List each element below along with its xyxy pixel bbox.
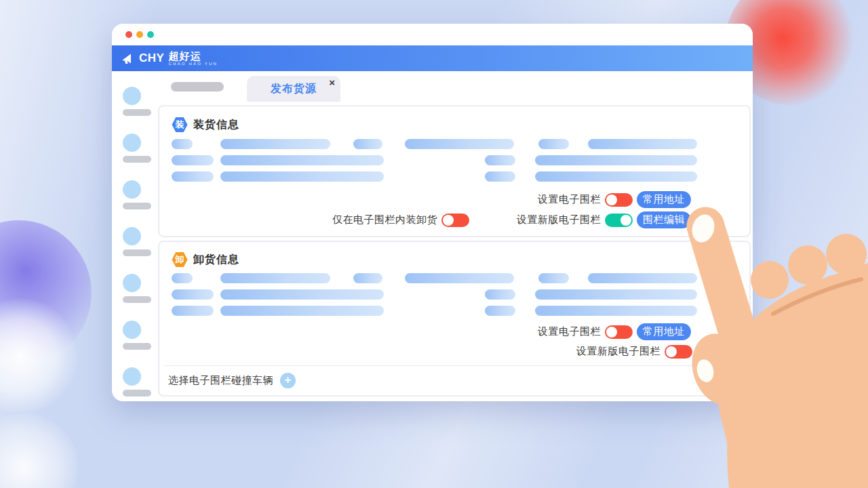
tab-bar: 发布货源 × [158, 71, 751, 102]
main-content: 发布货源 × 装 装货信息 [155, 71, 753, 401]
brand-pinyin: CHAO HAO YUN [168, 62, 218, 66]
common-address-button[interactable]: 常用地址 [637, 191, 691, 208]
sidebar-icon-placeholder [123, 367, 141, 386]
skeleton-bar [172, 171, 214, 182]
sidebar-label-placeholder [123, 390, 151, 396]
section-title: 装货信息 [193, 118, 239, 132]
skeleton-bar [353, 139, 382, 149]
skeleton-bar [538, 273, 569, 283]
sidebar-label-placeholder [123, 296, 151, 303]
fence-edit-button[interactable]: 围栏编辑 [637, 211, 691, 228]
skeleton-bar [538, 139, 569, 149]
close-window-dot[interactable] [125, 31, 132, 38]
skeleton-bar [353, 273, 382, 283]
sidebar-label-placeholder [123, 203, 151, 209]
loading-info-section: 装 装货信息 设置电子 [158, 105, 751, 237]
section-title: 卸货信息 [193, 253, 239, 267]
brand-chinese: 超好运 [168, 51, 218, 61]
sidebar-item[interactable] [123, 321, 155, 350]
set-electronic-fence-label: 设置电子围栏 [538, 325, 601, 338]
window-titlebar [112, 24, 753, 45]
select-fence-collision-vehicle-label: 选择电子围栏碰撞车辆 [168, 374, 273, 387]
app-window: CHY 超好运 CHAO HAO YUN [112, 24, 753, 401]
skeleton-bar [220, 289, 384, 300]
sidebar-icon-placeholder [123, 87, 141, 105]
fullscreen-window-dot[interactable] [147, 31, 154, 38]
decor-white-blob [0, 413, 78, 488]
skeleton-bar [172, 155, 214, 165]
sidebar-item[interactable] [123, 227, 155, 256]
section-divider [165, 365, 744, 366]
brand-logo: CHY 超好运 CHAO HAO YUN [121, 51, 218, 66]
close-tab-icon[interactable]: × [329, 77, 335, 88]
skeleton-bar [220, 139, 330, 149]
skeleton-bar [588, 139, 697, 149]
sidebar-icon-placeholder [123, 227, 141, 245]
only-load-in-fence-toggle[interactable] [441, 214, 469, 227]
skeleton-bar [172, 139, 193, 149]
skeleton-bar [588, 273, 697, 283]
skeleton-bar [485, 289, 515, 300]
skeleton-bar [172, 306, 214, 316]
hand-crease [773, 279, 861, 314]
set-electronic-fence-label: 设置电子围栏 [538, 193, 601, 206]
minimize-window-dot[interactable] [136, 31, 143, 38]
sidebar-label-placeholder [123, 156, 151, 163]
skeleton-bar [485, 171, 515, 182]
sidebar-item[interactable] [123, 367, 155, 396]
sidebar-icon-placeholder [123, 274, 141, 292]
skeleton-bar [535, 155, 697, 165]
skeleton-bar [485, 155, 515, 165]
unloading-info-section: 卸 卸货信息 设置电子 [158, 241, 751, 396]
tab-publish-cargo[interactable]: 发布货源 × [247, 76, 340, 102]
skeleton-bar [220, 155, 384, 165]
add-vehicle-button[interactable]: + [280, 373, 296, 388]
sidebar-item[interactable] [123, 134, 155, 163]
new-fence-toggle[interactable] [665, 345, 692, 359]
common-address-button[interactable]: 常用地址 [637, 323, 691, 340]
set-new-fence-label: 设置新版电子围栏 [576, 345, 660, 358]
sidebar-label-placeholder [123, 343, 151, 350]
sidebar-item[interactable] [123, 274, 155, 303]
brand-latin: CHY [139, 52, 164, 65]
sidebar-item[interactable] [123, 180, 155, 209]
skeleton-bar [535, 306, 697, 316]
skeleton-bar [172, 289, 214, 300]
skeleton-bar [405, 273, 514, 283]
only-load-in-fence-label: 仅在电子围栏内装卸货 [332, 214, 437, 226]
page-background: CHY 超好运 CHAO HAO YUN [0, 0, 868, 488]
skeleton-bar [220, 171, 384, 182]
skeleton-bar [220, 306, 384, 316]
new-fence-toggle[interactable] [605, 214, 633, 227]
sidebar-icon-placeholder [123, 134, 141, 152]
skeleton-bar [405, 139, 514, 149]
tab-placeholder[interactable] [171, 82, 224, 92]
skeleton-bar [535, 171, 697, 182]
sidebar-item[interactable] [123, 87, 155, 116]
skeleton-bar [485, 306, 515, 316]
set-new-fence-label: 设置新版电子围栏 [517, 214, 601, 226]
sidebar-icon-placeholder [123, 321, 141, 339]
electronic-fence-toggle[interactable] [605, 193, 633, 207]
sidebar-nav [112, 71, 155, 401]
sidebar-label-placeholder [123, 109, 151, 116]
megaphone-icon [121, 53, 135, 64]
sidebar-icon-placeholder [123, 180, 141, 199]
loading-badge-icon: 装 [172, 117, 188, 133]
decor-teal-blob [734, 388, 868, 488]
sidebar-label-placeholder [123, 249, 151, 256]
unloading-badge-icon: 卸 [172, 251, 188, 268]
skeleton-bar [220, 273, 330, 283]
skeleton-bar [535, 289, 697, 300]
electronic-fence-toggle[interactable] [605, 325, 633, 339]
tab-label: 发布货源 [271, 82, 317, 96]
skeleton-bar [172, 273, 193, 283]
app-header-bar: CHY 超好运 CHAO HAO YUN [112, 45, 753, 71]
